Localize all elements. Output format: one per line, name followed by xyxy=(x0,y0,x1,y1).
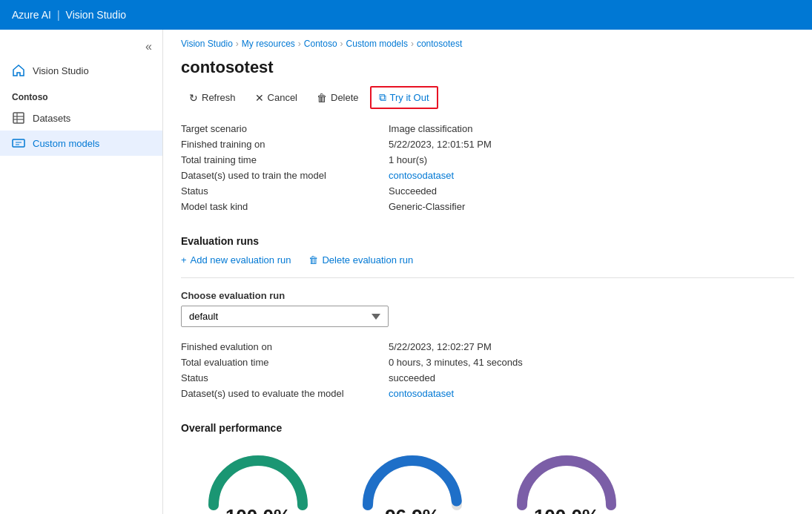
gauge-item: 100.0%Accuracy - Top 5i xyxy=(507,453,626,514)
refresh-icon: ↻ xyxy=(189,92,198,104)
info-row: Finished training on5/22/2023, 12:01:51 … xyxy=(181,136,794,152)
info-table: Target scenarioImage classificationFinis… xyxy=(163,121,812,214)
breadcrumb-vision-studio[interactable]: Vision Studio xyxy=(181,39,233,49)
dropdown-label: Choose evaluation run xyxy=(163,290,812,306)
eval-info-row: Finished evalution on5/22/2023, 12:02:27… xyxy=(181,339,794,355)
delete-label: Delete xyxy=(331,92,359,103)
eval-info-value: succeeded xyxy=(389,372,435,383)
performance-section-title: Overall performance xyxy=(163,413,812,441)
sidebar: « Vision Studio Contoso Datasets xyxy=(0,30,163,514)
info-row-value: Image classification xyxy=(389,123,472,134)
info-row-link[interactable]: contosodataset xyxy=(389,170,454,181)
action-links: + Add new evaluation run 🗑 Delete evalua… xyxy=(163,254,812,277)
add-evaluation-label: Add new evaluation run xyxy=(191,254,291,266)
info-row-label: Finished training on xyxy=(181,139,389,150)
eval-info-value: 5/22/2023, 12:02:27 PM xyxy=(389,341,492,352)
gauges-container: 100.0%Average precisioni96.9%Accuracy - … xyxy=(163,441,812,514)
main-layout: « Vision Studio Contoso Datasets xyxy=(0,30,812,514)
info-row-value: 5/22/2023, 12:01:51 PM xyxy=(389,139,492,150)
delete-evaluation-label: Delete evaluation run xyxy=(322,254,413,266)
sidebar-collapse-area: « xyxy=(0,36,162,58)
sidebar-item-custom-models[interactable]: Custom models xyxy=(0,131,162,156)
eval-info-link[interactable]: contosodataset xyxy=(389,388,454,399)
info-row: Model task kindGeneric-Classifier xyxy=(181,199,794,214)
info-row: Target scenarioImage classification xyxy=(181,121,794,136)
eval-info-label: Status xyxy=(181,372,389,383)
datasets-icon xyxy=(12,111,25,125)
info-row: Dataset(s) used to train the modelcontos… xyxy=(181,168,794,183)
eval-info-row: Total evaluation time0 hours, 3 minutes,… xyxy=(181,355,794,370)
svg-rect-0 xyxy=(13,113,24,123)
sidebar-section-contoso: Contoso xyxy=(0,83,162,105)
info-row-value[interactable]: contosodataset xyxy=(389,170,454,181)
info-row: Total training time1 hour(s) xyxy=(181,152,794,168)
home-icon xyxy=(12,64,25,77)
cancel-icon: ✕ xyxy=(255,92,264,104)
sidebar-item-home[interactable]: Vision Studio xyxy=(0,58,162,83)
product-name: Vision Studio xyxy=(66,9,126,21)
eval-info-row: Statussucceeded xyxy=(181,370,794,386)
dropdown-wrapper: default xyxy=(163,306,812,339)
gauge-value: 100.0% xyxy=(534,505,599,514)
sidebar-home-label: Vision Studio xyxy=(33,65,89,76)
eval-info-row: Dataset(s) used to evaluate the modelcon… xyxy=(181,386,794,401)
app-title: Azure AI xyxy=(12,9,51,21)
delete-evaluation-button[interactable]: 🗑 Delete evaluation run xyxy=(308,254,413,266)
content-area: Vision Studio › My resources › Contoso ›… xyxy=(163,30,812,514)
cancel-label: Cancel xyxy=(268,92,297,103)
svg-rect-4 xyxy=(13,139,24,147)
custom-models-icon xyxy=(12,136,25,150)
toolbar: ↻ Refresh ✕ Cancel 🗑 Delete ⧉ Try it Out xyxy=(163,86,812,121)
gauge-item: 96.9%Accuracy - Top 1i xyxy=(353,453,472,514)
info-row-label: Total training time xyxy=(181,154,389,165)
info-row-label: Dataset(s) used to train the model xyxy=(181,170,389,181)
info-row-value: 1 hour(s) xyxy=(389,154,427,165)
info-row: StatusSucceeded xyxy=(181,183,794,199)
sidebar-custom-models-label: Custom models xyxy=(33,138,99,149)
try-it-out-label: Try it Out xyxy=(390,92,429,103)
refresh-button[interactable]: ↻ Refresh xyxy=(181,88,244,108)
gauge-value: 96.9% xyxy=(385,505,440,514)
refresh-label: Refresh xyxy=(202,92,236,103)
plus-icon: + xyxy=(181,254,187,266)
eval-info-label: Finished evalution on xyxy=(181,341,389,352)
eval-detail-table: Finished evalution on5/22/2023, 12:02:27… xyxy=(163,339,812,401)
sidebar-item-datasets[interactable]: Datasets xyxy=(0,105,162,131)
divider xyxy=(181,277,794,278)
gauge-value: 100.0% xyxy=(225,505,291,514)
collapse-button[interactable]: « xyxy=(141,39,156,55)
title-separator: | xyxy=(57,9,60,21)
breadcrumb-contosotest[interactable]: contosotest xyxy=(417,39,462,49)
info-row-label: Status xyxy=(181,185,389,197)
eval-info-value[interactable]: contosodataset xyxy=(389,388,454,399)
eval-info-label: Dataset(s) used to evaluate the model xyxy=(181,388,389,399)
add-evaluation-button[interactable]: + Add new evaluation run xyxy=(181,254,291,266)
page-title: contosotest xyxy=(163,53,812,86)
gauge-svg xyxy=(206,453,310,513)
eval-info-label: Total evaluation time xyxy=(181,357,389,368)
breadcrumb-my-resources[interactable]: My resources xyxy=(242,39,295,49)
delete-icon: 🗑 xyxy=(317,92,327,104)
try-it-out-icon: ⧉ xyxy=(379,91,386,104)
info-row-value: Generic-Classifier xyxy=(389,201,465,212)
gauge-svg xyxy=(515,453,618,513)
breadcrumb: Vision Studio › My resources › Contoso ›… xyxy=(163,30,812,53)
delete-button[interactable]: 🗑 Delete xyxy=(308,88,367,108)
evaluation-section-title: Evaluation runs xyxy=(163,226,812,254)
gauge-svg xyxy=(360,453,464,513)
cancel-button[interactable]: ✕ Cancel xyxy=(247,88,306,108)
eval-info-value: 0 hours, 3 minutes, 41 seconds xyxy=(389,357,523,368)
gauge-item: 100.0%Average precisioni xyxy=(199,453,317,514)
delete-eval-icon: 🗑 xyxy=(308,254,318,266)
info-row-label: Model task kind xyxy=(181,201,389,212)
evaluation-run-select[interactable]: default xyxy=(181,306,389,327)
try-it-out-button[interactable]: ⧉ Try it Out xyxy=(370,86,438,109)
breadcrumb-custom-models[interactable]: Custom models xyxy=(346,39,408,49)
top-bar: Azure AI | Vision Studio xyxy=(0,0,812,30)
info-row-label: Target scenario xyxy=(181,123,389,134)
info-row-value: Succeeded xyxy=(389,185,437,197)
sidebar-datasets-label: Datasets xyxy=(33,113,70,124)
breadcrumb-contoso[interactable]: Contoso xyxy=(304,39,337,49)
